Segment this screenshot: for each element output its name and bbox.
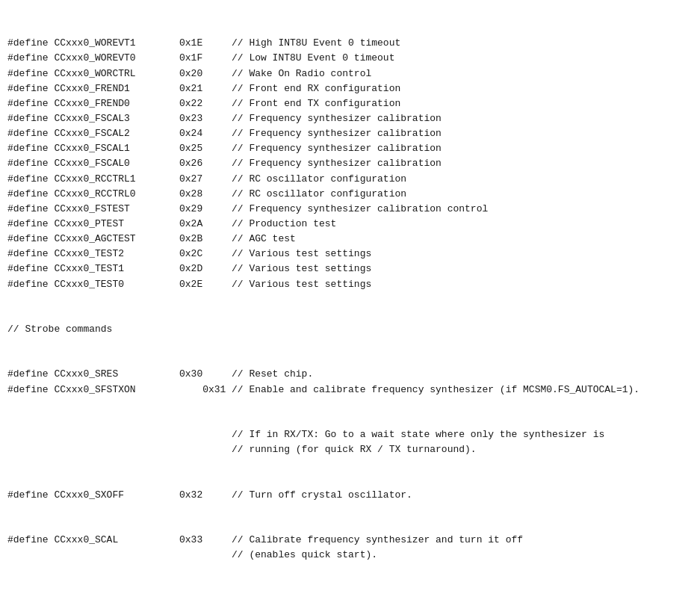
define-name: #define CCxxx0_PTEST bbox=[7, 217, 179, 232]
continuation-line: // If in RX/TX: Go to a wait state where… bbox=[7, 427, 693, 442]
define-value: 0x31 bbox=[179, 383, 232, 397]
define-line: #define CCxxx0_WOREVT10x1E// High INT8U … bbox=[7, 36, 693, 51]
sxoff-line: #define CCxxx0_SXOFF0x32// Turn off crys… bbox=[7, 488, 693, 503]
define-name: #define CCxxx0_WORCTRL bbox=[7, 66, 179, 81]
define-value: 0x20 bbox=[179, 66, 232, 81]
code-container: #define CCxxx0_WOREVT10x1E// High INT8U … bbox=[7, 6, 693, 591]
define-name: #define CCxxx0_SRES bbox=[7, 367, 179, 382]
define-name: #define CCxxx0_AGCTEST bbox=[7, 232, 179, 247]
scal-line: #define CCxxx0_SCAL0x33// Calibrate freq… bbox=[7, 533, 693, 548]
define-line: #define CCxxx0_WOREVT00x1F// Low INT8U E… bbox=[7, 51, 693, 66]
define-value: 0x22 bbox=[179, 96, 232, 111]
define-name: #define CCxxx0_TEST0 bbox=[7, 277, 179, 292]
sxoff-define-line: #define CCxxx0_SXOFF0x32// Turn off crys… bbox=[7, 488, 693, 503]
define-value: 0x33 bbox=[179, 533, 232, 548]
define-line: #define CCxxx0_FSCAL00x26// Frequency sy… bbox=[7, 156, 693, 171]
define-value: 0x21 bbox=[179, 81, 232, 96]
define-line: #define CCxxx0_RCCTRL10x27// RC oscillat… bbox=[7, 172, 693, 187]
define-name: #define CCxxx0_TEST1 bbox=[7, 262, 179, 276]
define-value: 0x1E bbox=[179, 36, 232, 51]
define-comment: // RC oscillator configuration bbox=[232, 172, 406, 187]
define-lines: #define CCxxx0_WOREVT10x1E// High INT8U … bbox=[7, 36, 693, 291]
define-comment: // Low INT8U Event 0 timeout bbox=[232, 51, 394, 66]
define-line: #define CCxxx0_FSCAL10x25// Frequency sy… bbox=[7, 141, 693, 156]
define-name: #define CCxxx0_FREND0 bbox=[7, 96, 179, 111]
scal-line: // (enables quick start). bbox=[7, 548, 693, 563]
define-comment: // Enable and calibrate frequency synthe… bbox=[232, 383, 639, 397]
define-line: #define CCxxx0_TEST10x2D// Various test … bbox=[7, 262, 693, 276]
define-name: #define CCxxx0_WOREVT0 bbox=[7, 51, 179, 66]
strobe-header-text: // Strobe commands bbox=[7, 322, 112, 337]
define-value: 0x29 bbox=[179, 202, 232, 217]
define-name: #define CCxxx0_SXOFF bbox=[7, 488, 179, 503]
strobe-define-line: #define CCxxx0_SRES0x30// Reset chip. bbox=[7, 367, 693, 382]
define-comment: // Wake On Radio control bbox=[232, 66, 371, 81]
define-comment: // Frequency synthesizer calibration con… bbox=[232, 202, 488, 217]
define-comment: // Reset chip. bbox=[232, 367, 313, 382]
define-comment: // Various test settings bbox=[232, 277, 371, 292]
define-name: #define CCxxx0_SCAL bbox=[7, 533, 179, 548]
define-name: #define CCxxx0_SFSTXON bbox=[7, 383, 179, 397]
continuation-text: // running (for quick RX / TX turnaround… bbox=[232, 442, 477, 457]
define-comment: // Production test bbox=[232, 217, 336, 232]
define-comment: // Calibrate frequency synthesizer and t… bbox=[232, 533, 523, 548]
define-comment: // Front end RX configuration bbox=[232, 81, 400, 96]
define-comment: // High INT8U Event 0 timeout bbox=[232, 36, 400, 51]
define-name: #define CCxxx0_FSCAL1 bbox=[7, 141, 179, 156]
define-comment: // Various test settings bbox=[232, 247, 371, 262]
define-name: #define CCxxx0_RCCTRL1 bbox=[7, 172, 179, 187]
define-line: #define CCxxx0_PTEST0x2A// Production te… bbox=[7, 217, 693, 232]
define-line: #define CCxxx0_FREND10x21// Front end RX… bbox=[7, 81, 693, 96]
strobe-define-line: #define CCxxx0_SFSTXON 0x31// Enable and… bbox=[7, 383, 693, 397]
define-comment: // Frequency synthesizer calibration bbox=[232, 141, 442, 156]
define-line: #define CCxxx0_FSTEST0x29// Frequency sy… bbox=[7, 202, 693, 217]
define-value: 0x2E bbox=[179, 277, 232, 292]
define-name: #define CCxxx0_FSCAL2 bbox=[7, 126, 179, 141]
sfstxon-cont-container: // If in RX/TX: Go to a wait state where… bbox=[7, 427, 693, 457]
define-comment: // Frequency synthesizer calibration bbox=[232, 111, 442, 126]
define-comment: // Turn off crystal oscillator. bbox=[232, 488, 412, 503]
define-value: 0x30 bbox=[179, 367, 232, 382]
strobe-header-line: // Strobe commands bbox=[7, 322, 693, 337]
define-name: #define CCxxx0_FSCAL0 bbox=[7, 156, 179, 171]
define-comment: // RC oscillator configuration bbox=[232, 187, 406, 202]
define-value: 0x24 bbox=[179, 126, 232, 141]
define-name: #define CCxxx0_FREND1 bbox=[7, 81, 179, 96]
define-comment: // Frequency synthesizer calibration bbox=[232, 156, 442, 171]
define-line: #define CCxxx0_TEST00x2E// Various test … bbox=[7, 277, 693, 292]
define-value: 0x1F bbox=[179, 51, 232, 66]
define-value: 0x2B bbox=[179, 232, 232, 247]
define-name: #define CCxxx0_FSCAL3 bbox=[7, 111, 179, 126]
define-name: #define CCxxx0_WOREVT1 bbox=[7, 36, 179, 51]
continuation-text: // (enables quick start). bbox=[232, 548, 377, 563]
define-value: 0x32 bbox=[179, 488, 232, 503]
define-value: 0x2A bbox=[179, 217, 232, 232]
define-value: 0x2D bbox=[179, 262, 232, 276]
define-value: 0x27 bbox=[179, 172, 232, 187]
define-value: 0x2C bbox=[179, 247, 232, 262]
strobe-lines: #define CCxxx0_SRES0x30// Reset chip.#de… bbox=[7, 367, 693, 397]
define-line: #define CCxxx0_FREND00x22// Front end TX… bbox=[7, 96, 693, 111]
define-value: 0x28 bbox=[179, 187, 232, 202]
define-comment: // Frequency synthesizer calibration bbox=[232, 126, 442, 141]
define-name: #define CCxxx0_FSTEST bbox=[7, 202, 179, 217]
define-line: #define CCxxx0_TEST20x2C// Various test … bbox=[7, 247, 693, 262]
continuation-line: // running (for quick RX / TX turnaround… bbox=[7, 442, 693, 457]
define-line: #define CCxxx0_WORCTRL0x20// Wake On Rad… bbox=[7, 66, 693, 81]
continuation-text: // If in RX/TX: Go to a wait state where… bbox=[232, 427, 604, 442]
define-name: #define CCxxx0_TEST2 bbox=[7, 247, 179, 262]
define-line: #define CCxxx0_RCCTRL00x28// RC oscillat… bbox=[7, 187, 693, 202]
define-value: 0x26 bbox=[179, 156, 232, 171]
define-comment: // Front end TX configuration bbox=[232, 96, 400, 111]
define-comment: // Various test settings bbox=[232, 262, 371, 276]
define-comment: // AGC test bbox=[232, 232, 296, 247]
define-value: 0x23 bbox=[179, 111, 232, 126]
define-line: #define CCxxx0_AGCTEST0x2B// AGC test bbox=[7, 232, 693, 247]
define-value: 0x25 bbox=[179, 141, 232, 156]
define-line: #define CCxxx0_FSCAL20x24// Frequency sy… bbox=[7, 126, 693, 141]
define-line: #define CCxxx0_FSCAL30x23// Frequency sy… bbox=[7, 111, 693, 126]
scal-lines: #define CCxxx0_SCAL0x33// Calibrate freq… bbox=[7, 533, 693, 563]
define-name: #define CCxxx0_RCCTRL0 bbox=[7, 187, 179, 202]
